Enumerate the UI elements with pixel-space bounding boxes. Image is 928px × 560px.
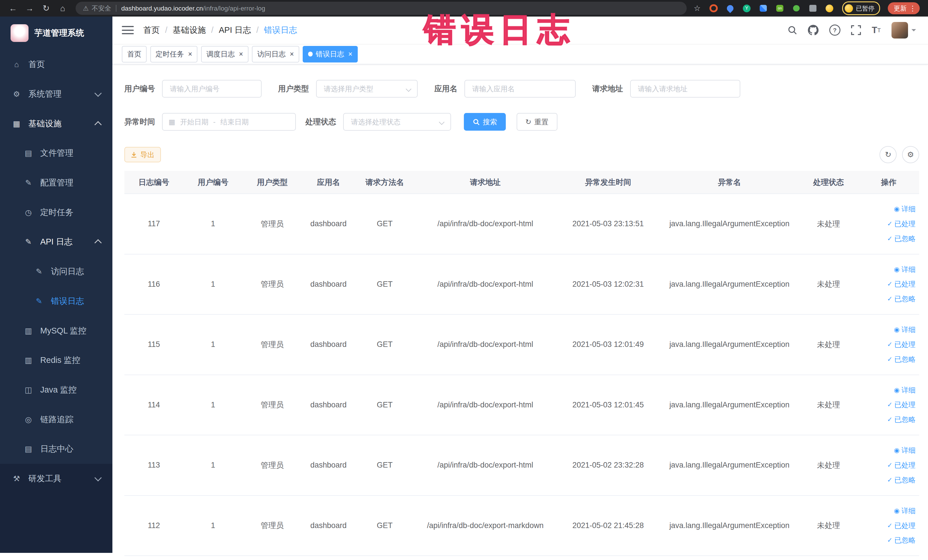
ignored-link[interactable]: ✓已忽略 <box>862 231 916 246</box>
sidebar-item-12[interactable]: ◎链路追踪 <box>0 405 112 435</box>
browser-profile-avatar[interactable] <box>825 3 834 13</box>
detail-link[interactable]: ◉详细 <box>862 443 916 458</box>
forward-button[interactable]: → <box>23 1 37 15</box>
reset-button[interactable]: ↻ 重置 <box>517 113 557 131</box>
table-tools: ↻ ⚙ <box>879 146 919 163</box>
end-date-placeholder: 结束日期 <box>220 117 249 127</box>
processed-link[interactable]: ✓已处理 <box>862 397 916 412</box>
detail-link[interactable]: ◉详细 <box>862 262 916 277</box>
sidebar-item-label: 首页 <box>29 59 45 70</box>
sidebar-item-3[interactable]: ▤文件管理 <box>0 138 112 168</box>
breadcrumb-item[interactable]: 首页 <box>143 24 160 36</box>
back-button[interactable]: ← <box>6 1 20 15</box>
detail-link[interactable]: ◉详细 <box>862 383 916 398</box>
table-row: 1141管理员dashboardGET/api/infra/db-doc/exp… <box>124 375 919 435</box>
user-type-select[interactable]: 请选择用户类型 <box>316 80 418 98</box>
processed-link[interactable]: ✓已处理 <box>862 277 916 291</box>
tab-1[interactable]: 定时任务× <box>150 46 198 63</box>
close-icon[interactable]: × <box>239 50 243 58</box>
refresh-table-button[interactable]: ↻ <box>879 146 897 163</box>
detail-link[interactable]: ◉详细 <box>862 202 916 217</box>
sidebar-item-9[interactable]: ▥MySQL 监控 <box>0 316 112 346</box>
update-button[interactable]: 更新 ⋮ <box>888 2 920 14</box>
cell-id: 112 <box>124 496 183 556</box>
user-type-placeholder: 请选择用户类型 <box>324 84 373 93</box>
search-button[interactable]: 搜索 <box>464 113 506 131</box>
table-row: 1171管理员dashboardGET/api/infra/db-doc/exp… <box>124 194 919 254</box>
sidebar-item-5[interactable]: ◷定时任务 <box>0 198 112 227</box>
ignored-link[interactable]: ✓已忽略 <box>862 412 916 427</box>
paused-badge[interactable]: 已暂停 <box>842 2 881 15</box>
cell-url: /api/infra/db-doc/export-html <box>414 194 556 254</box>
close-icon[interactable]: × <box>188 50 192 58</box>
cell-time: 2021-05-02 21:45:28 <box>556 496 660 556</box>
help-icon[interactable]: ? <box>829 24 840 36</box>
home-button[interactable]: ⌂ <box>56 1 70 15</box>
cell-id: 116 <box>124 254 183 315</box>
breadcrumb-item[interactable]: 错误日志 <box>264 24 297 36</box>
cell-url: /api/infra/db-doc/export-html <box>414 435 556 496</box>
breadcrumb-item[interactable]: 基础设施 <box>172 24 206 36</box>
tab-label: 错误日志 <box>316 49 344 59</box>
sidebar-item-1[interactable]: ⚙系统管理 <box>0 79 112 109</box>
sidebar-item-0[interactable]: ⌂首页 <box>0 50 112 79</box>
extension-icon-3[interactable]: Y <box>742 3 751 13</box>
address-bar[interactable]: ⚠ 不安全 dashboard.yudao.iocoder.cn /infra/… <box>76 2 686 15</box>
sidebar-item-14[interactable]: ⚒研发工具 <box>0 464 112 493</box>
processed-link[interactable]: ✓已处理 <box>862 217 916 231</box>
ignored-link[interactable]: ✓已忽略 <box>862 473 916 488</box>
sidebar-item-6[interactable]: ✎API 日志 <box>0 227 112 257</box>
close-icon[interactable]: × <box>348 50 353 58</box>
sidebar-item-7[interactable]: ✎访问日志 <box>0 257 112 287</box>
tab-3[interactable]: 访问日志× <box>252 46 299 63</box>
ignored-link[interactable]: ✓已忽略 <box>862 533 916 548</box>
processed-link[interactable]: ✓已处理 <box>862 458 916 473</box>
sidebar-item-8[interactable]: ✎错误日志 <box>0 287 112 316</box>
cell-exception: java.lang.IllegalArgumentException <box>660 435 799 496</box>
github-icon[interactable] <box>808 25 818 35</box>
extension-icon-2[interactable] <box>725 3 735 13</box>
user-id-input[interactable] <box>162 80 261 98</box>
processed-link[interactable]: ✓已处理 <box>862 337 916 352</box>
sidebar-logo[interactable]: 芋道管理系统 <box>0 17 112 50</box>
tab-4[interactable]: 错误日志× <box>303 46 358 63</box>
sidebar-item-10[interactable]: ▥Redis 监控 <box>0 345 112 375</box>
ignored-link[interactable]: ✓已忽略 <box>862 291 916 307</box>
bookmark-star-icon[interactable]: ☆ <box>694 4 701 13</box>
user-avatar[interactable] <box>891 22 916 38</box>
sidebar-item-11[interactable]: ◫Java 监控 <box>0 375 112 405</box>
sidebar-item-label: Redis 监控 <box>40 355 80 366</box>
processed-link[interactable]: ✓已处理 <box>862 518 916 533</box>
hamburger-icon[interactable] <box>122 26 133 34</box>
close-icon[interactable]: × <box>290 50 294 58</box>
app-frame: 芋道管理系统 ⌂首页⚙系统管理▦基础设施▤文件管理✎配置管理◷定时任务✎API … <box>0 17 928 560</box>
extensions-puzzle-icon[interactable] <box>808 3 818 13</box>
request-url-input[interactable] <box>630 80 740 98</box>
extension-icon-5[interactable]: on <box>775 3 785 13</box>
sidebar-item-4[interactable]: ✎配置管理 <box>0 168 112 198</box>
font-size-icon[interactable]: TT <box>872 25 881 35</box>
ignored-link[interactable]: ✓已忽略 <box>862 352 916 367</box>
extension-icon-4[interactable] <box>759 3 768 13</box>
sidebar-item-13[interactable]: ▤日志中心 <box>0 435 112 464</box>
tab-2[interactable]: 调度日志× <box>201 46 249 63</box>
exception-time-range-picker[interactable]: ▦ 开始日期 - 结束日期 <box>162 113 296 131</box>
security-label[interactable]: 不安全 <box>92 4 111 13</box>
browser-menu-dots-icon[interactable]: ⋮ <box>909 4 916 12</box>
app-name-input[interactable] <box>464 80 576 98</box>
extension-icon-6[interactable] <box>792 3 801 13</box>
extension-icon-1[interactable] <box>709 3 718 13</box>
cell-time: 2021-05-03 23:13:51 <box>556 194 660 254</box>
sidebar-item-2[interactable]: ▦基础设施 <box>0 109 112 139</box>
export-button[interactable]: 导出 <box>124 147 161 162</box>
tab-0[interactable]: 首页 <box>122 46 147 63</box>
detail-link[interactable]: ◉详细 <box>862 322 916 337</box>
detail-link[interactable]: ◉详细 <box>862 504 916 518</box>
fullscreen-icon[interactable] <box>851 25 861 35</box>
column-settings-button[interactable]: ⚙ <box>902 146 919 163</box>
reload-button[interactable]: ↻ <box>39 1 53 15</box>
breadcrumb-item[interactable]: API 日志 <box>219 24 251 36</box>
search-icon[interactable] <box>788 25 797 35</box>
process-status-select[interactable]: 请选择处理状态 <box>343 113 451 131</box>
action-label: 已忽略 <box>894 291 916 307</box>
